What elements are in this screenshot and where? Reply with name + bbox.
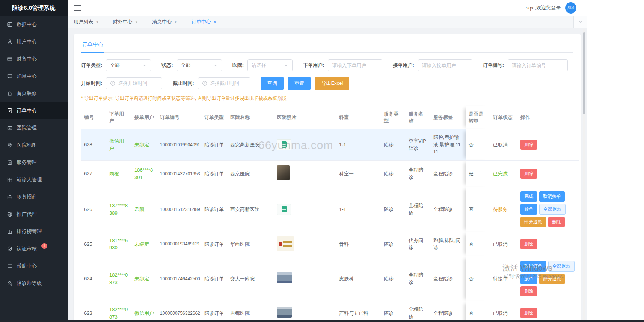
hospital-photo[interactable] bbox=[277, 236, 294, 251]
tab-finance-center[interactable]: 财务中心× bbox=[113, 18, 138, 25]
sidebar-item-service-management[interactable]: 服务管理 bbox=[0, 154, 68, 171]
close-icon[interactable]: × bbox=[135, 19, 138, 25]
cell-service-type: 陪诊 bbox=[381, 187, 406, 232]
sidebar-item-hospital-map[interactable]: 医院地图 bbox=[0, 137, 68, 154]
order-user-label: 下单用户: bbox=[303, 62, 324, 69]
sidebar-item-label: 职务招商 bbox=[17, 194, 37, 200]
cell-is-transfer: 否 bbox=[466, 301, 490, 322]
action-button[interactable]: 全部退款 bbox=[539, 204, 566, 215]
action-buttons: 删除 bbox=[520, 169, 576, 179]
cell-order-no: 1000000193489121 bbox=[157, 232, 201, 256]
cell-service-tag: 全程陪诊 bbox=[430, 256, 466, 301]
status-select[interactable]: 全部 bbox=[177, 59, 222, 71]
sidebar-item-certification-review[interactable]: 认证审核1 bbox=[0, 240, 68, 257]
cell-service-tag: 全程陪诊 bbox=[430, 160, 466, 187]
order-user-input[interactable] bbox=[328, 59, 382, 71]
status-text: 已取消 bbox=[493, 142, 508, 147]
action-button[interactable]: 转单 bbox=[520, 204, 537, 215]
cell-accept-user: 未绑定 bbox=[131, 129, 157, 161]
sidebar-item-user-center[interactable]: 用户中心 bbox=[0, 33, 68, 50]
tab-order-center[interactable]: 订单中心 bbox=[81, 40, 104, 53]
sidebar-item-label: 就诊人管理 bbox=[17, 176, 42, 183]
reset-button[interactable]: 重置 bbox=[288, 77, 311, 90]
bottom-edge bbox=[0, 320, 644, 322]
sidebar-item-escort-level[interactable]: 陪诊师等级 bbox=[0, 275, 68, 292]
sidebar-item-patient-management[interactable]: 就诊人管理 bbox=[0, 171, 68, 188]
action-button[interactable]: 删除 bbox=[520, 169, 537, 179]
sidebar-item-finance-center[interactable]: 财务中心 bbox=[0, 50, 68, 68]
action-button[interactable]: 删除 bbox=[520, 308, 537, 318]
status-text: 已取消 bbox=[493, 241, 508, 247]
end-time-input[interactable]: 选择截止时间 bbox=[198, 77, 250, 89]
sidebar-item-data-center[interactable]: 数据中心 bbox=[0, 16, 68, 33]
sidebar-item-home-decoration[interactable]: 首页装修 bbox=[0, 85, 68, 102]
table-body: 628微信用户未绑定1000001019904091陪诊订单西安高新医院1-1陪… bbox=[81, 129, 579, 322]
sidebar-item-hospital-management[interactable]: 医院管理 bbox=[0, 119, 68, 137]
hospital-photo[interactable] bbox=[277, 139, 291, 150]
action-button[interactable]: 取消接单 bbox=[539, 191, 565, 202]
action-button[interactable]: 删除 bbox=[520, 286, 537, 296]
action-buttons: 完成取消接单转单全部退款部分退款删除 bbox=[520, 191, 576, 227]
app-window: 陪诊6.0管理系统 数据中心用户中心财务中心消息中心首页装修订单中心医院管理医院… bbox=[0, 0, 587, 322]
cell-order-type: 陪诊订单 bbox=[201, 232, 227, 256]
accept-user-input[interactable] bbox=[418, 59, 472, 71]
cell-order-no: 1000001019904091 bbox=[157, 129, 201, 161]
tab-order-center[interactable]: 订单中心× bbox=[192, 18, 217, 25]
action-button[interactable]: 删除 bbox=[548, 217, 565, 227]
action-buttons: 删除 bbox=[520, 140, 576, 150]
table-row: 625181****6930未绑定1000000193489121陪诊订单华西医… bbox=[81, 232, 579, 256]
sidebar-item-message-center[interactable]: 消息中心 bbox=[0, 68, 68, 85]
cell-service-type: 陪诊 bbox=[381, 232, 406, 256]
close-icon[interactable]: × bbox=[214, 19, 217, 25]
tab-message-center[interactable]: 消息中心× bbox=[152, 18, 177, 25]
wallet-icon bbox=[7, 56, 13, 62]
hospital-photo[interactable] bbox=[277, 165, 290, 180]
start-time-input[interactable]: 选择开始时间 bbox=[106, 77, 162, 89]
end-time-placeholder: 选择截止时间 bbox=[210, 80, 239, 87]
hospital-select[interactable]: 请选择 bbox=[247, 59, 293, 71]
sidebar: 陪诊6.0管理系统 数据中心用户中心财务中心消息中心首页装修订单中心医院管理医院… bbox=[0, 0, 68, 322]
orders-table: 编号下单用户接单用户订单编号订单类型医院名称医院照片科室服务类型服务名称服务标签… bbox=[81, 106, 579, 322]
hamburger-menu-icon[interactable] bbox=[74, 5, 81, 11]
close-icon[interactable]: × bbox=[174, 19, 177, 25]
tab-list: 用户列表×财务中心×消息中心×订单中心× bbox=[74, 18, 231, 25]
avatar[interactable]: 陪诊 bbox=[565, 2, 576, 14]
col-order-no: 订单编号 bbox=[157, 106, 201, 129]
cell-hospital-photo bbox=[274, 160, 336, 187]
cell-hospital-name: 华西医院 bbox=[227, 232, 274, 256]
hospital-photo[interactable] bbox=[277, 272, 292, 283]
sidebar-item-promotion-agent[interactable]: 推广代理 bbox=[0, 206, 68, 223]
accept-user-name: 未绑定 bbox=[134, 241, 149, 247]
sidebar-item-order-center[interactable]: 订单中心 bbox=[0, 102, 68, 119]
cell-order-id: 627 bbox=[81, 160, 106, 187]
col-hospital-photo: 医院照片 bbox=[274, 106, 336, 129]
col-hospital-name: 医院名称 bbox=[227, 106, 274, 129]
chevron-down-icon[interactable] bbox=[573, 16, 587, 28]
cell-order-user: 181****6930 bbox=[106, 232, 131, 256]
close-icon[interactable]: × bbox=[96, 19, 99, 25]
order-no-input[interactable] bbox=[508, 59, 568, 71]
scrollbar[interactable] bbox=[583, 29, 585, 320]
sidebar-item-job-recruitment[interactable]: 职务招商 bbox=[0, 188, 68, 206]
action-button[interactable]: 删除 bbox=[520, 140, 537, 150]
action-button[interactable]: 完成 bbox=[520, 191, 537, 202]
table-row: 623182****0873微信用户1000000756322662陪诊订单唐都… bbox=[81, 301, 579, 322]
sidebar-item-ranking-management[interactable]: 排行榜管理 bbox=[0, 223, 68, 240]
cell-actions: 删除 bbox=[517, 160, 579, 187]
filter-row-2: 开始时间: 选择开始时间 截止时间: 选择截止时间 bbox=[81, 77, 573, 90]
scrollbar-thumb[interactable] bbox=[583, 32, 585, 114]
order-no-label: 订单编号: bbox=[483, 62, 504, 69]
action-button[interactable]: 删除 bbox=[520, 239, 537, 249]
hospital-photo[interactable] bbox=[277, 307, 292, 318]
sidebar-item-help-center[interactable]: 帮助中心 bbox=[0, 257, 68, 275]
cell-order-id: 625 bbox=[81, 232, 106, 256]
order-user-name: 137****8389 bbox=[109, 203, 128, 216]
order-type-select[interactable]: 全部 bbox=[106, 59, 151, 71]
export-excel-button[interactable]: 导出Excel bbox=[315, 77, 350, 90]
tab-user-list[interactable]: 用户列表× bbox=[74, 18, 99, 25]
search-button[interactable]: 查询 bbox=[261, 77, 284, 90]
action-button[interactable]: 部分退款 bbox=[520, 217, 546, 227]
order-user-name: 181****6930 bbox=[109, 238, 128, 251]
windows-activation-title: 激活 Windows bbox=[502, 263, 552, 273]
hospital-photo[interactable] bbox=[277, 204, 291, 215]
